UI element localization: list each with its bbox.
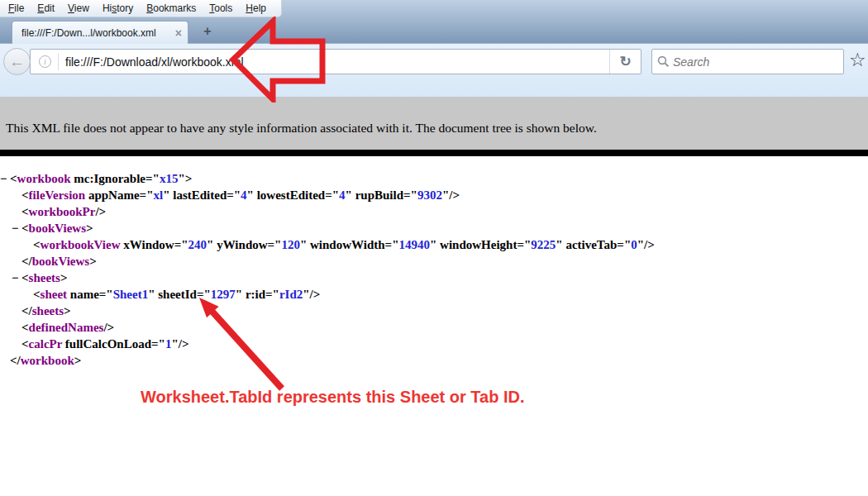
xml-attr-name: activeTab	[563, 238, 618, 251]
xml-punct: "/>	[303, 288, 320, 301]
xml-tag-name: definedNames	[29, 321, 104, 334]
menu-bar: File Edit View History Bookmarks Tools H…	[0, 0, 282, 17]
xml-line: <definedNames/>	[0, 319, 868, 336]
collapse-toggle-icon[interactable]: −	[12, 220, 21, 236]
xml-punct: />	[95, 205, 106, 218]
xml-punct: ="	[145, 172, 160, 185]
xml-punct: </	[10, 354, 21, 367]
xml-punct: "	[247, 188, 254, 202]
menu-bookmarks[interactable]: Bookmarks	[140, 1, 203, 16]
xml-tag-name: workbookPr	[29, 205, 96, 218]
xml-punct: <	[33, 288, 41, 301]
tab-workbook-xml[interactable]: file:///F:/Down...l/workbook.xml ×	[12, 21, 188, 44]
xml-attr-value: 4	[241, 188, 247, 202]
xml-punct: ="	[517, 238, 531, 251]
xml-punct: ="	[403, 188, 417, 202]
search-input[interactable]	[670, 55, 838, 69]
xml-tag-name: fileVersion	[29, 188, 86, 202]
xml-punct: <	[21, 337, 29, 351]
xml-attr-value: xl	[153, 188, 163, 202]
xml-attr-name: xWindow	[121, 238, 174, 251]
url-annotation-arrow	[228, 17, 327, 103]
xml-punct: "	[346, 188, 352, 202]
separator-bar	[0, 150, 868, 156]
xml-line: </workbook>	[0, 352, 868, 369]
xml-attr-name: fullCalcOnLoad	[62, 337, 151, 351]
menu-help[interactable]: Help	[239, 1, 273, 16]
xml-attr-value: 120	[281, 238, 300, 251]
xml-attr-value: 9225	[531, 238, 556, 251]
xml-line: −<bookViews>	[0, 220, 868, 236]
xml-tag-name: sheets	[29, 271, 60, 284]
xml-punct: ="	[140, 188, 154, 202]
xml-tag-name: bookViews	[29, 222, 86, 235]
menu-file[interactable]: File	[2, 1, 31, 16]
xml-line: </bookViews>	[0, 253, 868, 269]
collapse-toggle-icon[interactable]: −	[0, 170, 10, 187]
annotation-text: Worksheet.TabId represents this Sheet or…	[141, 388, 525, 407]
xml-punct: <	[21, 222, 29, 235]
xml-tag-name: workbook	[17, 172, 71, 185]
page-info-icon[interactable]: i	[39, 55, 51, 68]
xml-attr-name: name	[67, 288, 99, 301]
url-bar[interactable]: i ↻	[30, 49, 641, 74]
navigation-toolbar: i ↻ ← ☆	[0, 43, 868, 97]
url-input[interactable]	[59, 55, 609, 69]
bookmark-star-icon[interactable]: ☆	[849, 50, 866, 69]
xml-attr-value: 4	[339, 188, 346, 202]
xml-attr-value: x15	[160, 172, 179, 185]
xml-tag-name: bookViews	[32, 255, 89, 268]
xml-attr-name: yWindow	[213, 238, 267, 251]
xml-line: <fileVersion appName="xl" lastEdited="4"…	[0, 187, 868, 203]
xml-line: </sheets>	[0, 303, 868, 319]
xml-attr-name: mc:Ignorable	[71, 172, 145, 185]
back-button[interactable]: ←	[3, 48, 31, 75]
xml-punct: ="	[174, 238, 188, 251]
xml-tag-name: sheets	[32, 304, 64, 317]
tab-close-icon[interactable]: ×	[175, 27, 182, 39]
xml-punct: >	[89, 255, 97, 268]
reload-icon[interactable]: ↻	[609, 50, 641, 74]
xml-punct: <	[10, 172, 17, 185]
xml-line: −<sheets>	[0, 269, 868, 286]
menu-tools[interactable]: Tools	[203, 1, 239, 16]
xml-punct: ="	[151, 337, 165, 351]
xml-punct: />	[103, 321, 114, 334]
xml-punct: ="	[385, 238, 399, 251]
xml-attr-name: lowestEdited	[254, 188, 325, 202]
search-icon	[657, 55, 670, 68]
new-tab-button[interactable]: +	[197, 24, 218, 41]
xml-attr-value: 0	[631, 238, 637, 251]
xml-attr-name: rupBuild	[352, 188, 403, 202]
search-box[interactable]	[651, 49, 844, 74]
xml-punct: ="	[325, 188, 339, 202]
xml-attr-value: 240	[188, 238, 207, 251]
xml-line: <workbookPr/>	[0, 203, 868, 220]
xml-punct: "/>	[171, 337, 188, 351]
xml-line: <workbookView xWindow="240" yWindow="120…	[0, 236, 868, 253]
xml-punct: "/>	[637, 238, 655, 251]
tab-title: file:///F:/Down...l/workbook.xml	[21, 27, 170, 39]
xml-punct: <	[21, 205, 29, 218]
xml-punct: <	[21, 321, 29, 334]
xml-punct: ="	[227, 188, 241, 202]
xml-attr-value: Sheet1	[113, 288, 149, 301]
tab-bar: file:///F:/Down...l/workbook.xml × +	[0, 17, 868, 43]
collapse-toggle-icon[interactable]: −	[12, 269, 21, 286]
xml-punct: <	[21, 271, 29, 284]
xml-line: <calcPr fullCalcOnLoad="1"/>	[0, 336, 868, 352]
xml-punct: ="	[617, 238, 631, 251]
menu-view[interactable]: View	[61, 1, 96, 16]
sheetid-annotation-arrow	[188, 289, 292, 395]
xml-punct: >	[86, 222, 93, 235]
xml-tree: −<workbook mc:Ignorable="x15"><fileVersi…	[0, 156, 868, 369]
xml-punct: <	[33, 238, 41, 251]
xml-punct: "	[148, 288, 155, 301]
menu-history[interactable]: History	[96, 1, 140, 16]
xml-tag-name: workbook	[21, 354, 74, 367]
menu-edit[interactable]: Edit	[31, 1, 61, 16]
xml-punct: <	[21, 188, 29, 202]
xml-attr-name: lastEdited	[169, 188, 227, 202]
xml-punct: ="	[99, 288, 113, 301]
notice-text: This XML file does not appear to have an…	[6, 121, 597, 135]
